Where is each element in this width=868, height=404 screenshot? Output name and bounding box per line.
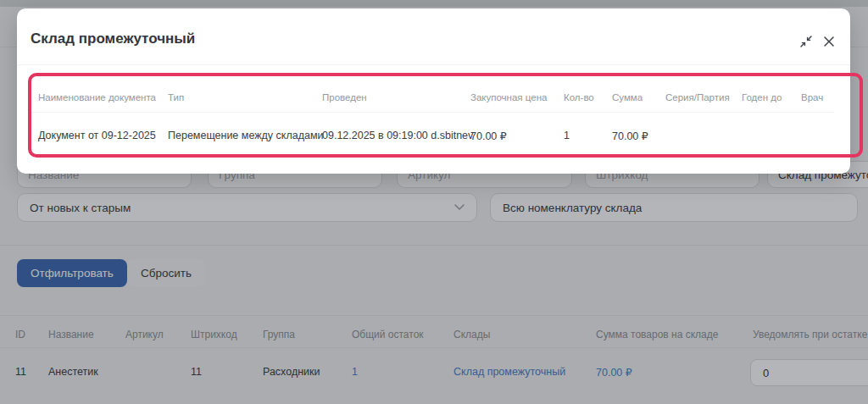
doc-col-posted: Проведен [322,92,367,102]
doc-cell-posted: 09.12.2025 в 09:19:00 d.sbitnev [322,130,473,141]
doc-row-divider [31,112,833,113]
doc-cell-sum: 70.00 ₽ [612,130,648,142]
doc-col-doctor: Врач [801,92,823,102]
doc-col-qty: Кол-во [564,92,594,102]
doc-col-price: Закупочная цена [470,92,547,102]
close-button[interactable] [820,33,838,52]
collapse-icon [799,35,813,51]
doc-col-sum: Сумма [612,92,643,102]
doc-cell-qty: 1 [564,130,570,141]
warehouse-modal: Склад промежуточный Наименование докумен… [17,8,850,174]
doc-col-name: Наименование документа [38,92,156,102]
doc-col-series: Серия/Партия [665,92,730,102]
doc-cell-price: 70.00 ₽ [470,130,507,142]
collapse-button[interactable] [797,33,815,52]
doc-col-type: Тип [168,92,184,102]
close-icon [822,35,836,51]
modal-header-divider [17,64,850,65]
doc-col-expires: Годен до [742,92,782,102]
doc-cell-name: Документ от 09-12-2025 [38,130,156,141]
modal-title: Склад промежуточный [31,30,195,47]
doc-cell-type: Перемещение между складами [168,130,324,141]
